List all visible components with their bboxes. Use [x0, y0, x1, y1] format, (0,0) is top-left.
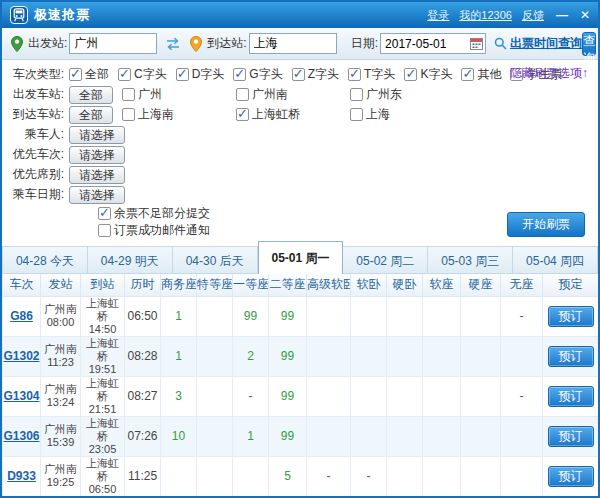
minimize-button[interactable]: —	[556, 9, 568, 21]
depart-station-label: 出发车站:	[2, 86, 64, 103]
train-type-option[interactable]: Z字头	[292, 66, 339, 83]
date-tab[interactable]: 05-01 周一	[258, 241, 344, 274]
depart-station-option[interactable]: 广州	[122, 86, 236, 103]
seat-cell	[307, 336, 351, 376]
date-tab[interactable]: 04-29 明天	[88, 246, 173, 274]
extra-option[interactable]: 余票不足部分提交	[98, 205, 210, 222]
train-number-link[interactable]: G1306	[3, 429, 39, 443]
train-number-link[interactable]: G1302	[3, 349, 39, 363]
duration-cell: 11:25	[125, 456, 161, 496]
train-number-link[interactable]: D933	[7, 469, 36, 483]
hide-options-link[interactable]: 隐藏刷票选项↑	[510, 65, 588, 82]
train-type-option[interactable]: T字头	[348, 66, 395, 83]
seat-cell: 1	[161, 296, 197, 336]
seat-cell	[307, 296, 351, 336]
app-window: 极速抢票 登录我的12306反馈 — ✕ 出发站: 到达站: 日期:	[0, 0, 600, 498]
arrive-station-option[interactable]: 上海	[350, 106, 464, 123]
arrive-all-button[interactable]: 全部	[69, 106, 113, 124]
seat-cell	[501, 456, 543, 496]
depart-station-option[interactable]: 广州南	[236, 86, 350, 103]
train-number-link[interactable]: G86	[10, 309, 33, 323]
seat-cell	[423, 336, 461, 376]
checkbox-icon	[350, 88, 363, 101]
select-button[interactable]: 请选择	[69, 146, 125, 164]
seat-value: 2	[247, 349, 254, 363]
arrive-station-option-label: 上海	[366, 106, 390, 123]
select-row-label: 优先车次:	[2, 146, 64, 163]
ticket-time-query-link[interactable]: 出票时间查询	[510, 35, 582, 52]
seat-cell: -	[307, 456, 351, 496]
select-row-label: 优先席别:	[2, 166, 64, 183]
arrive-station-option[interactable]: 上海南	[122, 106, 236, 123]
to-label: 到达站:	[207, 35, 246, 52]
checkbox-icon	[118, 68, 131, 81]
seat-cell	[197, 376, 233, 416]
seat-cell	[387, 416, 423, 456]
date-tab[interactable]: 05-02 周二	[343, 246, 428, 274]
column-header: 软座	[423, 274, 461, 296]
train-number-link[interactable]: G1304	[3, 389, 39, 403]
seat-cell	[387, 456, 423, 496]
arrive-station-options: 上海南上海虹桥上海	[122, 106, 464, 124]
to-cell: 上海虹桥06:50	[81, 456, 125, 496]
seat-cell	[461, 376, 501, 416]
seat-cell	[461, 456, 501, 496]
to-input[interactable]	[249, 33, 337, 54]
train-type-option[interactable]: C字头	[118, 66, 167, 83]
date-tab[interactable]: 04-28 今天	[2, 246, 88, 274]
train-type-option[interactable]: K字头	[404, 66, 452, 83]
seat-cell	[351, 376, 387, 416]
depart-time: 08:00	[41, 316, 80, 329]
titlebar-link[interactable]: 反馈	[522, 9, 544, 21]
column-header: 发站	[41, 274, 81, 296]
depart-station-option[interactable]: 广州东	[350, 86, 464, 103]
train-cell: G1304	[3, 376, 41, 416]
checkbox-icon	[350, 108, 363, 121]
arrival-pin-icon	[189, 36, 203, 52]
calendar-icon[interactable]	[470, 37, 483, 50]
date-tab[interactable]: 05-04 周四	[513, 246, 598, 274]
book-button[interactable]: 预订	[548, 466, 594, 487]
to-station: 上海虹桥	[81, 337, 124, 363]
seat-cell	[197, 456, 233, 496]
seat-cell: -	[351, 456, 387, 496]
titlebar-link[interactable]: 登录	[427, 9, 449, 21]
select-button[interactable]: 请选择	[69, 166, 125, 184]
book-cell: 预订	[543, 416, 599, 456]
train-type-option[interactable]: 其他	[461, 66, 501, 83]
query-button[interactable]: 查询	[582, 32, 596, 56]
train-cell: G86	[3, 296, 41, 336]
close-button[interactable]: ✕	[580, 9, 590, 21]
from-cell: 广州南15:39	[41, 416, 81, 456]
select-button[interactable]: 请选择	[69, 126, 125, 144]
seat-cell: 2	[233, 336, 269, 376]
arrive-station-option[interactable]: 上海虹桥	[236, 106, 350, 123]
train-type-option-label: D字头	[192, 66, 225, 83]
table-row: G86广州南08:00上海虹桥14:5006:5019999-预订	[3, 296, 599, 336]
seat-cell	[461, 336, 501, 376]
depart-all-button[interactable]: 全部	[69, 86, 113, 104]
book-button[interactable]: 预订	[548, 386, 594, 407]
date-tab[interactable]: 05-03 周三	[428, 246, 513, 274]
start-grab-button[interactable]: 开始刷票	[507, 212, 585, 237]
to-station: 上海虹桥	[81, 417, 124, 443]
seat-value: 99	[281, 309, 294, 323]
select-button[interactable]: 请选择	[69, 186, 125, 204]
extra-option[interactable]: 订票成功邮件通知	[98, 222, 210, 239]
checkbox-icon	[122, 88, 135, 101]
train-type-option-label: Z字头	[308, 66, 339, 83]
train-type-option[interactable]: D字头	[176, 66, 225, 83]
book-button[interactable]: 预订	[548, 306, 594, 327]
from-input[interactable]	[69, 33, 157, 54]
app-title: 极速抢票	[34, 6, 90, 24]
train-type-option[interactable]: 全部	[69, 66, 109, 83]
train-type-options: 全部C字头D字头G字头Z字头T字头K字头其他学生票	[69, 66, 571, 84]
date-tab[interactable]: 04-30 后天	[173, 246, 258, 274]
swap-stations-icon[interactable]	[165, 37, 181, 51]
checkbox-icon	[404, 68, 417, 81]
titlebar-link[interactable]: 我的12306	[459, 9, 512, 21]
train-type-option[interactable]: G字头	[233, 66, 282, 83]
column-header: 高级软卧	[307, 274, 351, 296]
book-button[interactable]: 预订	[548, 346, 594, 367]
book-button[interactable]: 预订	[548, 426, 594, 447]
